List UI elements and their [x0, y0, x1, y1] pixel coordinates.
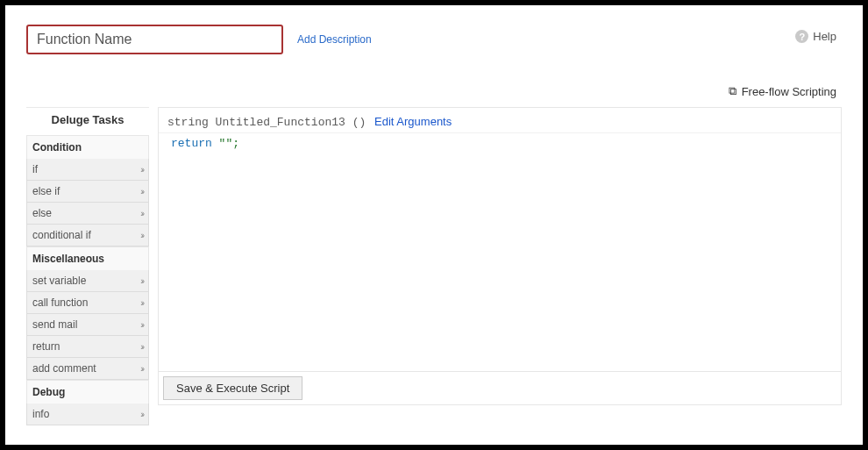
edit-arguments-link[interactable]: Edit Arguments	[374, 115, 452, 128]
freeflow-icon: ⧉	[729, 84, 736, 98]
deluge-tasks-sidebar: Deluge Tasks Condition if›› else if›› el…	[26, 107, 149, 425]
drag-icon: ››	[140, 298, 143, 308]
code-rest: "";	[212, 137, 239, 150]
function-name-input[interactable]	[26, 25, 283, 54]
function-signature-line: string Untitled_Function13 () Edit Argum…	[159, 108, 841, 132]
help-icon: ?	[795, 30, 808, 43]
task-conditional-if[interactable]: conditional if››	[26, 225, 149, 246]
group-label-debug: Debug	[26, 380, 149, 404]
signature-text: string Untitled_Function13 ()	[167, 116, 366, 129]
task-label: else if	[32, 185, 60, 197]
app-body: Add Description ? Help ⧉ Free-flow Scrip…	[5, 5, 863, 445]
task-return[interactable]: return››	[26, 336, 149, 358]
task-label: add comment	[32, 362, 96, 375]
drag-icon: ››	[140, 410, 143, 419]
task-label: if	[32, 163, 38, 175]
task-if[interactable]: if››	[26, 159, 149, 181]
code-keyword: return	[171, 137, 212, 150]
content-row: Deluge Tasks Condition if›› else if›› el…	[26, 107, 842, 425]
task-label: info	[32, 408, 49, 420]
sidebar-title: Deluge Tasks	[26, 107, 149, 135]
task-label: send mail	[32, 318, 77, 331]
task-label: conditional if	[32, 229, 91, 241]
task-label: return	[32, 340, 60, 353]
help-label: Help	[813, 30, 836, 43]
drag-icon: ››	[140, 209, 143, 218]
group-label-condition: Condition	[26, 135, 149, 159]
drag-icon: ››	[140, 364, 143, 374]
task-add-comment[interactable]: add comment››	[26, 358, 149, 380]
editor-pane: string Untitled_Function13 () Edit Argum…	[158, 107, 842, 405]
task-call-function[interactable]: call function››	[26, 292, 149, 314]
code-editor[interactable]: return "";	[159, 132, 841, 371]
task-else[interactable]: else››	[26, 203, 149, 225]
drag-icon: ››	[140, 165, 143, 175]
header-row: Add Description	[26, 25, 842, 54]
add-description-link[interactable]: Add Description	[297, 33, 372, 46]
task-label: set variable	[32, 275, 86, 287]
save-execute-button[interactable]: Save & Execute Script	[163, 376, 302, 400]
task-else-if[interactable]: else if››	[26, 181, 149, 203]
drag-icon: ››	[140, 187, 143, 196]
drag-icon: ››	[140, 276, 143, 286]
drag-icon: ››	[140, 231, 143, 240]
task-set-variable[interactable]: set variable››	[26, 270, 149, 292]
task-label: else	[32, 207, 52, 219]
group-label-miscellaneous: Miscellaneous	[26, 246, 149, 270]
drag-icon: ››	[140, 320, 143, 330]
task-label: call function	[32, 296, 88, 309]
app-frame: Add Description ? Help ⧉ Free-flow Scrip…	[0, 0, 868, 450]
help-link[interactable]: ? Help	[795, 30, 836, 43]
drag-icon: ››	[140, 342, 143, 352]
task-info[interactable]: info››	[26, 404, 149, 425]
task-send-mail[interactable]: send mail››	[26, 314, 149, 336]
editor-bottom-bar: Save & Execute Script	[159, 371, 841, 404]
freeflow-label: Free-flow Scripting	[742, 85, 836, 98]
freeflow-scripting-toggle[interactable]: ⧉ Free-flow Scripting	[729, 84, 836, 98]
